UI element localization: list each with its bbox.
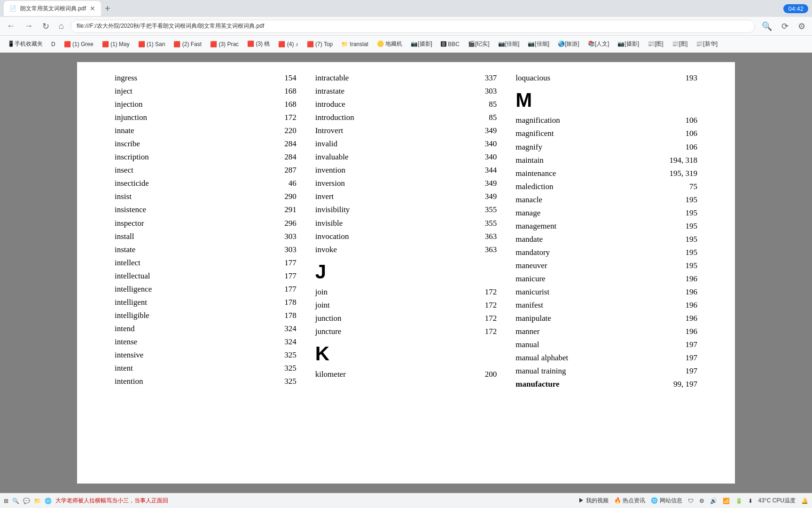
search-button[interactable]: 🔍 (759, 19, 775, 33)
list-item: inject 168 (115, 85, 297, 98)
list-item: manage 195 (515, 206, 697, 220)
bookmark-dizang[interactable]: 🟡 地藏机 (373, 38, 406, 50)
tab-bar: 📄 朗文常用英文词根词典.pdf ✕ + 04:42 (0, 0, 812, 17)
address-bar[interactable] (70, 20, 755, 33)
bookmark-renwen[interactable]: 📚[人文] (584, 38, 613, 50)
list-item: manifest 196 (515, 299, 697, 312)
video-link[interactable]: ▶ 我的视频 (578, 497, 608, 505)
bookmark-d[interactable]: D (47, 39, 59, 49)
list-item: manual 197 (515, 338, 697, 351)
list-item: intent 325 (115, 362, 297, 375)
list-item: manacle 195 (515, 193, 697, 206)
bookmark-canon2[interactable]: 📷[佳能] (524, 38, 553, 50)
columns-wrapper: ingress 154 inject 168 injection 168 inj… (105, 71, 707, 391)
shield-icon: 🛡 (688, 498, 694, 504)
list-item: injection 168 (115, 98, 297, 111)
list-item: Introvert 349 (315, 124, 497, 137)
list-item: invalid 340 (315, 137, 497, 151)
list-item: inspector 296 (115, 217, 297, 230)
pdf-container: ingress 154 inject 168 injection 168 inj… (0, 53, 812, 493)
list-item: manicurist 196 (515, 286, 697, 299)
bookmark-lvyou[interactable]: 🌏[旅游] (554, 38, 583, 50)
search-icon[interactable]: 🔍 (12, 498, 19, 504)
hot-news-link[interactable]: 🔥 热点资讯 (614, 497, 645, 505)
list-item: management 195 (515, 220, 697, 233)
task-icon-2[interactable]: 📁 (34, 498, 41, 504)
list-item: inscribe 284 (115, 137, 297, 151)
list-item: manipulate 196 (515, 312, 697, 325)
settings-icon[interactable]: ⚙ (699, 498, 704, 504)
bookmark-6[interactable]: 🟥 (3) 桃 (243, 38, 273, 50)
battery-icon: 🔋 (735, 498, 742, 504)
list-item: maneuver 195 (515, 259, 697, 272)
list-item: manufacture 99, 197 (515, 378, 697, 391)
forward-button[interactable]: → (22, 19, 36, 33)
back-button[interactable]: ← (4, 19, 18, 33)
bookmark-3[interactable]: 🟥 (1) San (134, 39, 169, 49)
list-item: manner 196 (515, 325, 697, 338)
list-item: intelligible 178 (115, 309, 297, 322)
bookmark-translate[interactable]: 📁 translat (337, 39, 372, 49)
list-item: intend 324 (115, 322, 297, 335)
network-icon[interactable]: 📶 (723, 498, 730, 504)
list-item: intensive 325 (115, 349, 297, 362)
bookmark-tu1[interactable]: 📰[图] (644, 38, 667, 50)
new-tab-button[interactable]: + (105, 3, 110, 14)
column-2: intractable 337 intrastate 303 introduce… (306, 71, 507, 391)
list-item: junction 172 (315, 312, 497, 325)
bookmark-5[interactable]: 🟥 (3) Prac (206, 39, 242, 49)
task-icon-1[interactable]: 💬 (23, 498, 30, 504)
list-item: injunction 172 (115, 111, 297, 124)
bookmark-xinhua[interactable]: 📰[新华] (692, 38, 721, 50)
tab-close-button[interactable]: ✕ (90, 5, 95, 12)
list-item: join 172 (315, 286, 497, 299)
bookmark-mobile[interactable]: 📱手机收藏夹 (4, 38, 47, 50)
list-item: introduction 85 (315, 111, 497, 124)
bookmark-2[interactable]: 🟥 (1) May (98, 39, 133, 49)
bookmark-photo2[interactable]: 📷[摄影] (614, 38, 643, 50)
active-tab[interactable]: 📄 朗文常用英文词根词典.pdf ✕ (4, 1, 101, 16)
list-item: invisibility 355 (315, 203, 497, 216)
refresh-button[interactable]: ↻ (39, 19, 52, 33)
bookmark-tu2[interactable]: 📰[图] (668, 38, 692, 50)
download-icon[interactable]: ⬇ (748, 498, 753, 504)
list-item: insect 287 (115, 164, 297, 177)
home-button[interactable]: ⌂ (56, 19, 67, 33)
list-item: intention 325 (115, 375, 297, 388)
list-item: kilometer 200 (315, 368, 497, 381)
bookmark-jishi[interactable]: 🎬[纪实] (464, 38, 493, 50)
bookmark-photo[interactable]: 📷[摄影] (407, 38, 436, 50)
bookmark-canon1[interactable]: 📷[佳能] (494, 38, 523, 50)
tools-button[interactable]: ⚙ (795, 19, 808, 33)
list-item: magnify 106 (515, 141, 697, 154)
list-item: ingress 154 (115, 71, 297, 85)
list-item: intellectual 177 (115, 270, 297, 283)
speaker-icon[interactable]: 🔊 (710, 498, 717, 504)
notification-icon[interactable]: 🔔 (801, 498, 808, 504)
bookmark-1[interactable]: 🟥 (1) Gree (60, 39, 97, 49)
list-item: introduce 85 (315, 98, 497, 111)
column-1: ingress 154 inject 168 injection 168 inj… (105, 71, 306, 391)
list-item: maintain 194, 318 (515, 154, 697, 167)
list-item: maintenance 195, 319 (515, 167, 697, 180)
windows-icon[interactable]: ⊞ (4, 498, 8, 504)
list-item: invocation 363 (315, 230, 497, 243)
cpu-temp: 43°C CPU温度 (758, 497, 796, 505)
list-item: joint 172 (315, 299, 497, 312)
bookmark-4[interactable]: 🟥 (2) Fast (170, 39, 205, 49)
list-item: instate 303 (115, 243, 297, 256)
site-info-link[interactable]: 🌐 网站信息 (651, 497, 682, 505)
bookmark-bbc[interactable]: 🅱 BBC (437, 39, 463, 49)
bookmark-8[interactable]: 🟥 (7) Top (303, 39, 336, 49)
list-item: manual alphabet 197 (515, 351, 697, 365)
refresh-icon[interactable]: ⟳ (779, 19, 791, 33)
list-item: intellect 177 (115, 256, 297, 270)
list-item: intrastate 303 (315, 85, 497, 98)
list-item: magnification 106 (515, 114, 697, 127)
section-header-m: M (515, 88, 697, 112)
bookmark-7[interactable]: 🟥 (4) ♪ (274, 39, 302, 49)
list-item: invention 344 (315, 164, 497, 177)
list-item: loquacious 193 (515, 71, 697, 85)
task-icon-3[interactable]: 🌐 (45, 498, 52, 504)
tab-icon: 📄 (9, 5, 16, 12)
